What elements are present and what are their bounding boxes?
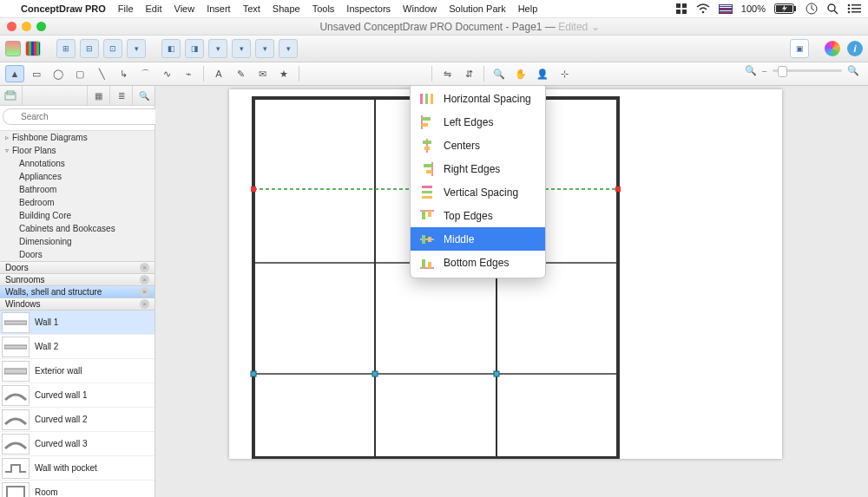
zoom-minus[interactable]: −	[762, 66, 767, 76]
window-close-button[interactable]	[7, 22, 16, 31]
dd-centers[interactable]: Centers	[411, 134, 545, 157]
bring-front-icon[interactable]: ◧	[161, 39, 181, 58]
palette-curved3[interactable]: Curved wall 3	[0, 432, 155, 456]
menu-list-icon[interactable]	[847, 3, 861, 14]
line-tool[interactable]: ╲	[92, 65, 111, 82]
sidebar-tab-search[interactable]: 🔍	[133, 86, 155, 105]
tree-dimensioning[interactable]: Dimensioning	[0, 235, 155, 248]
window-zoom-button[interactable]	[36, 22, 46, 31]
close-icon[interactable]: ×	[140, 287, 149, 297]
rect-tool[interactable]: ▭	[27, 65, 46, 82]
acc-doors[interactable]: Doors×	[0, 262, 155, 274]
toolbar-icon-3[interactable]: ⊡	[103, 39, 122, 58]
palette-curved1[interactable]: Curved wall 1	[0, 383, 155, 408]
info-icon[interactable]: i	[847, 41, 863, 56]
menu-edit[interactable]: Edit	[146, 3, 162, 14]
polyline-tool[interactable]: ⌁	[179, 65, 198, 82]
menu-help[interactable]: Help	[518, 3, 538, 14]
app-name[interactable]: ConceptDraw PRO	[21, 3, 106, 14]
sidebar-tab-list[interactable]: ≣	[110, 86, 133, 105]
hand-tool[interactable]: ✋	[511, 65, 530, 82]
tree-buildingcore[interactable]: Building Core	[0, 209, 155, 222]
menu-inspectors[interactable]: Inspectors	[346, 3, 391, 14]
presentation-icon[interactable]: ▣	[790, 39, 809, 58]
acc-walls[interactable]: Walls, shell and structure×	[0, 286, 155, 298]
spline-tool[interactable]: ∿	[157, 65, 176, 82]
color-wheel-icon[interactable]	[825, 41, 840, 56]
clock-icon[interactable]	[806, 3, 818, 15]
window-edited-label[interactable]: Edited	[558, 21, 588, 33]
dd-bottom-edges[interactable]: Bottom Edges	[411, 251, 545, 274]
snap-icon[interactable]: ⊹	[555, 65, 574, 82]
screen-tool[interactable]: ▢	[70, 65, 89, 82]
stamp-tool[interactable]: ★	[274, 65, 293, 82]
zoom-plus[interactable]: 🔍	[847, 65, 859, 76]
palette-room[interactable]: Room	[0, 481, 155, 497]
ellipse-tool[interactable]: ◯	[49, 65, 68, 82]
acc-windows[interactable]: Windows×	[0, 298, 155, 311]
battery-icon[interactable]	[774, 3, 797, 14]
toolbar-icon-10[interactable]: ▾	[279, 39, 298, 58]
dd-left-edges[interactable]: Left Edges	[411, 110, 545, 134]
close-icon[interactable]: ×	[140, 275, 149, 284]
dd-top-edges[interactable]: Top Edges	[411, 204, 545, 227]
dd-middle[interactable]: Middle	[411, 227, 545, 251]
palette-curved2[interactable]: Curved wall 2	[0, 408, 155, 432]
toolbar-icon-9[interactable]: ▾	[255, 39, 274, 58]
note-tool[interactable]: ✉	[253, 65, 272, 82]
palette-wall2[interactable]: Wall 2	[0, 335, 155, 359]
dd-right-edges[interactable]: Right Edges	[411, 157, 545, 180]
tree-annotations[interactable]: Annotations	[0, 157, 155, 170]
zoom-out-icon[interactable]: 🔍	[745, 65, 757, 76]
tree-floorplans[interactable]: ▿Floor Plans	[0, 144, 155, 157]
library-icon[interactable]	[5, 41, 21, 56]
palette-pocket[interactable]: Wall with pocket	[0, 456, 155, 481]
tree-doors[interactable]: Doors	[0, 248, 155, 261]
zoom-in-icon[interactable]: 🔍	[490, 65, 509, 82]
sidebar-tab-library[interactable]	[0, 86, 23, 105]
search-input[interactable]	[3, 108, 176, 125]
close-icon[interactable]: ×	[140, 299, 149, 309]
close-icon[interactable]: ×	[140, 263, 149, 272]
palette-exterior[interactable]: Exterior wall	[0, 359, 155, 383]
menu-window[interactable]: Window	[403, 3, 437, 14]
tree-bathroom[interactable]: Bathroom	[0, 183, 155, 196]
acc-sunrooms[interactable]: Sunrooms×	[0, 274, 155, 286]
search-icon[interactable]	[826, 3, 838, 15]
dd-vertical-spacing[interactable]: Vertical Spacing	[411, 180, 545, 204]
person-icon[interactable]: 👤	[533, 65, 552, 82]
menu-view[interactable]: View	[174, 3, 195, 14]
palette-icon[interactable]	[25, 41, 41, 56]
tree-appliances[interactable]: Appliances	[0, 170, 155, 183]
tree-cabinets[interactable]: Cabinets and Bookcases	[0, 222, 155, 235]
arc-tool[interactable]: ⌒	[135, 65, 155, 82]
dd-horizontal-spacing[interactable]: Horizontal Spacing	[411, 87, 545, 110]
palette-wall1[interactable]: Wall 1	[0, 311, 155, 335]
text-tool[interactable]: A	[209, 65, 228, 82]
distribute-icon[interactable]: ▾	[232, 39, 251, 58]
send-back-icon[interactable]: ◨	[185, 39, 204, 58]
flag-icon[interactable]	[719, 4, 733, 14]
pointer-tool[interactable]: ▲	[5, 65, 24, 82]
align-icon[interactable]: ▾	[208, 39, 227, 58]
menu-insert[interactable]: Insert	[207, 3, 231, 14]
tree-fishbone[interactable]: ▹Fishbone Diagrams	[0, 131, 155, 144]
flip-h-icon[interactable]: ⇋	[437, 65, 457, 82]
drawing-canvas[interactable]: Horizontal Spacing Left Edges Centers Ri…	[155, 86, 868, 497]
group-icon[interactable]: ⊞	[56, 39, 76, 58]
dashboard-icon[interactable]	[675, 3, 687, 15]
menu-tools[interactable]: Tools	[312, 3, 335, 14]
callout-tool[interactable]: ✎	[231, 65, 250, 82]
zoom-thumb[interactable]	[778, 66, 787, 77]
connector-tool[interactable]: ↳	[114, 65, 133, 82]
menu-text[interactable]: Text	[243, 3, 260, 14]
zoom-slider[interactable]	[773, 69, 842, 72]
window-minimize-button[interactable]	[22, 22, 31, 31]
toolbar-icon-4[interactable]: ▾	[127, 39, 146, 58]
tree-bedroom[interactable]: Bedroom	[0, 196, 155, 209]
menu-shape[interactable]: Shape	[273, 3, 300, 14]
chevron-down-icon[interactable]: ⌄	[591, 21, 600, 33]
menu-solution-park[interactable]: Solution Park	[449, 3, 505, 14]
flip-v-icon[interactable]: ⇵	[459, 65, 478, 82]
ungroup-icon[interactable]: ⊟	[80, 39, 99, 58]
